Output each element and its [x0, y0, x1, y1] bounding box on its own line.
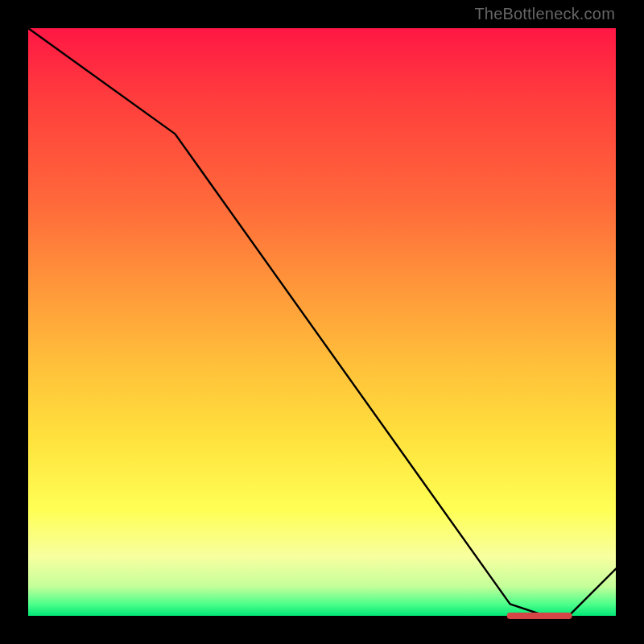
chart-frame: TheBottleneck.com — [0, 0, 644, 644]
bottleneck-curve — [28, 28, 616, 616]
chart-svg — [0, 0, 644, 644]
